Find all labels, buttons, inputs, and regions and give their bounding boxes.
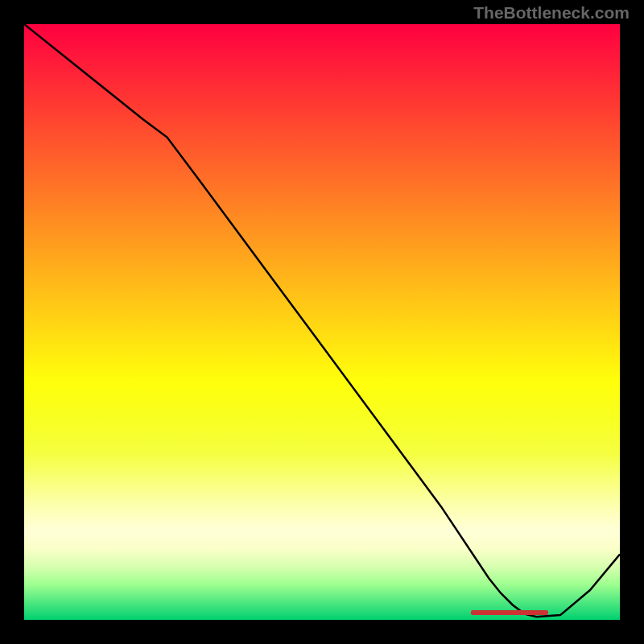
watermark-text: TheBottleneck.com [473,3,630,23]
plot-area [24,24,620,620]
optimal-range-marker [471,610,548,615]
bottleneck-curve [24,24,620,620]
chart-container: TheBottleneck.com [0,0,644,644]
